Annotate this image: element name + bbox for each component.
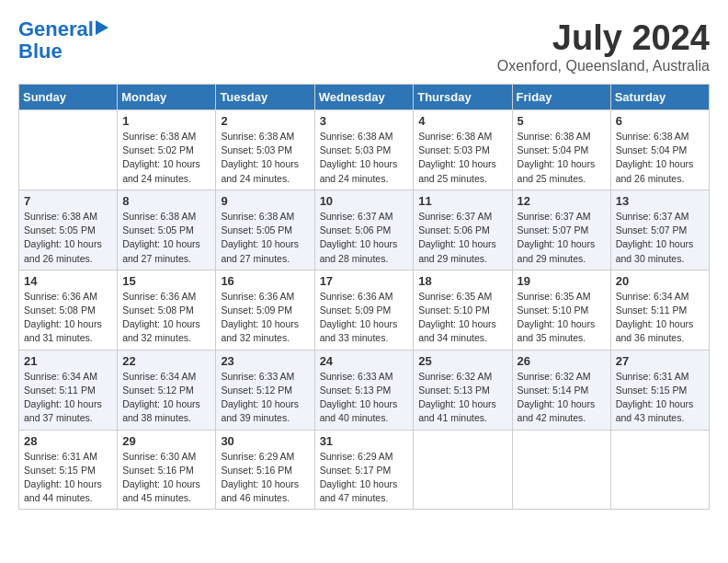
day-number: 8	[122, 194, 210, 208]
logo-arrow-icon	[96, 20, 108, 35]
day-info: Sunrise: 6:38 AMSunset: 5:05 PMDaylight:…	[122, 210, 210, 266]
day-number: 11	[418, 194, 506, 208]
day-info: Sunrise: 6:38 AMSunset: 5:03 PMDaylight:…	[418, 130, 506, 186]
day-number: 10	[320, 194, 409, 208]
calendar-cell: 11Sunrise: 6:37 AMSunset: 5:06 PMDayligh…	[414, 190, 512, 270]
title-block: July 2024 Oxenford, Queensland, Australi…	[497, 18, 710, 75]
day-info: Sunrise: 6:38 AMSunset: 5:02 PMDaylight:…	[122, 130, 210, 186]
calendar-cell: 4Sunrise: 6:38 AMSunset: 5:03 PMDaylight…	[414, 110, 512, 190]
day-number: 5	[518, 114, 606, 128]
day-info: Sunrise: 6:33 AMSunset: 5:13 PMDaylight:…	[320, 370, 409, 426]
weekday-header: Sunday	[19, 85, 118, 110]
calendar-cell: 31Sunrise: 6:29 AMSunset: 5:17 PMDayligh…	[314, 430, 414, 510]
calendar-cell	[19, 110, 118, 190]
weekday-header: Tuesday	[216, 85, 314, 110]
day-number: 19	[518, 274, 606, 288]
day-number: 6	[616, 114, 704, 128]
day-number: 16	[221, 274, 309, 288]
calendar-week-row: 7Sunrise: 6:38 AMSunset: 5:05 PMDaylight…	[19, 190, 710, 270]
day-info: Sunrise: 6:37 AMSunset: 5:06 PMDaylight:…	[320, 210, 409, 266]
calendar-cell: 13Sunrise: 6:37 AMSunset: 5:07 PMDayligh…	[610, 190, 709, 270]
calendar-cell: 14Sunrise: 6:36 AMSunset: 5:08 PMDayligh…	[19, 270, 118, 350]
calendar-cell: 28Sunrise: 6:31 AMSunset: 5:15 PMDayligh…	[19, 430, 118, 510]
calendar-cell: 6Sunrise: 6:38 AMSunset: 5:04 PMDaylight…	[610, 110, 709, 190]
day-info: Sunrise: 6:36 AMSunset: 5:08 PMDaylight:…	[122, 290, 210, 346]
day-info: Sunrise: 6:35 AMSunset: 5:10 PMDaylight:…	[418, 290, 506, 346]
calendar-cell: 17Sunrise: 6:36 AMSunset: 5:09 PMDayligh…	[314, 270, 414, 350]
day-number: 4	[418, 114, 506, 128]
day-info: Sunrise: 6:34 AMSunset: 5:12 PMDaylight:…	[122, 370, 210, 426]
day-number: 2	[221, 114, 309, 128]
calendar-week-row: 21Sunrise: 6:34 AMSunset: 5:11 PMDayligh…	[19, 350, 710, 430]
logo: General Blue	[18, 18, 108, 63]
day-info: Sunrise: 6:35 AMSunset: 5:10 PMDaylight:…	[518, 290, 606, 346]
day-info: Sunrise: 6:36 AMSunset: 5:09 PMDaylight:…	[221, 290, 309, 346]
day-info: Sunrise: 6:38 AMSunset: 5:03 PMDaylight:…	[320, 130, 409, 186]
day-number: 18	[418, 274, 506, 288]
weekday-header: Monday	[118, 85, 216, 110]
day-number: 26	[518, 354, 606, 368]
day-info: Sunrise: 6:30 AMSunset: 5:16 PMDaylight:…	[122, 450, 210, 506]
calendar-cell: 25Sunrise: 6:32 AMSunset: 5:13 PMDayligh…	[414, 350, 512, 430]
day-info: Sunrise: 6:29 AMSunset: 5:16 PMDaylight:…	[221, 450, 309, 506]
weekday-header: Saturday	[610, 85, 709, 110]
day-number: 13	[616, 194, 704, 208]
calendar-header: SundayMondayTuesdayWednesdayThursdayFrid…	[19, 85, 710, 110]
day-info: Sunrise: 6:38 AMSunset: 5:04 PMDaylight:…	[616, 130, 704, 186]
day-info: Sunrise: 6:31 AMSunset: 5:15 PMDaylight:…	[616, 370, 704, 426]
calendar-cell	[610, 430, 709, 510]
day-number: 14	[24, 274, 112, 288]
calendar-cell: 26Sunrise: 6:32 AMSunset: 5:14 PMDayligh…	[512, 350, 610, 430]
weekday-header: Thursday	[414, 85, 512, 110]
day-number: 28	[24, 434, 112, 448]
day-info: Sunrise: 6:38 AMSunset: 5:05 PMDaylight:…	[221, 210, 309, 266]
day-number: 20	[616, 274, 704, 288]
calendar-cell: 5Sunrise: 6:38 AMSunset: 5:04 PMDaylight…	[512, 110, 610, 190]
calendar-cell: 9Sunrise: 6:38 AMSunset: 5:05 PMDaylight…	[216, 190, 314, 270]
calendar-cell: 12Sunrise: 6:37 AMSunset: 5:07 PMDayligh…	[512, 190, 610, 270]
day-number: 3	[320, 114, 409, 128]
day-number: 29	[122, 434, 210, 448]
day-number: 12	[518, 194, 606, 208]
calendar-cell: 21Sunrise: 6:34 AMSunset: 5:11 PMDayligh…	[19, 350, 118, 430]
calendar-cell: 3Sunrise: 6:38 AMSunset: 5:03 PMDaylight…	[314, 110, 414, 190]
calendar-cell: 16Sunrise: 6:36 AMSunset: 5:09 PMDayligh…	[216, 270, 314, 350]
day-info: Sunrise: 6:32 AMSunset: 5:13 PMDaylight:…	[418, 370, 506, 426]
calendar-cell	[414, 430, 512, 510]
day-info: Sunrise: 6:37 AMSunset: 5:07 PMDaylight:…	[616, 210, 704, 266]
calendar-cell: 1Sunrise: 6:38 AMSunset: 5:02 PMDaylight…	[118, 110, 216, 190]
day-number: 23	[221, 354, 309, 368]
logo-text: General	[18, 18, 94, 40]
calendar-cell: 2Sunrise: 6:38 AMSunset: 5:03 PMDaylight…	[216, 110, 314, 190]
weekday-header: Wednesday	[314, 85, 414, 110]
calendar-cell: 27Sunrise: 6:31 AMSunset: 5:15 PMDayligh…	[610, 350, 709, 430]
day-info: Sunrise: 6:38 AMSunset: 5:04 PMDaylight:…	[518, 130, 606, 186]
calendar-week-row: 14Sunrise: 6:36 AMSunset: 5:08 PMDayligh…	[19, 270, 710, 350]
calendar-table: SundayMondayTuesdayWednesdayThursdayFrid…	[18, 84, 710, 510]
page-title: July 2024	[497, 18, 710, 58]
day-number: 7	[24, 194, 112, 208]
day-info: Sunrise: 6:37 AMSunset: 5:07 PMDaylight:…	[518, 210, 606, 266]
day-info: Sunrise: 6:36 AMSunset: 5:09 PMDaylight:…	[320, 290, 409, 346]
logo-blue-text: Blue	[18, 40, 63, 63]
calendar-cell: 24Sunrise: 6:33 AMSunset: 5:13 PMDayligh…	[314, 350, 414, 430]
day-number: 30	[221, 434, 309, 448]
calendar-cell: 7Sunrise: 6:38 AMSunset: 5:05 PMDaylight…	[19, 190, 118, 270]
calendar-cell: 20Sunrise: 6:34 AMSunset: 5:11 PMDayligh…	[610, 270, 709, 350]
calendar-cell	[512, 430, 610, 510]
day-info: Sunrise: 6:36 AMSunset: 5:08 PMDaylight:…	[24, 290, 112, 346]
day-number: 31	[320, 434, 409, 448]
calendar-cell: 30Sunrise: 6:29 AMSunset: 5:16 PMDayligh…	[216, 430, 314, 510]
day-number: 27	[616, 354, 704, 368]
calendar-cell: 10Sunrise: 6:37 AMSunset: 5:06 PMDayligh…	[314, 190, 414, 270]
day-info: Sunrise: 6:29 AMSunset: 5:17 PMDaylight:…	[320, 450, 409, 506]
calendar-cell: 29Sunrise: 6:30 AMSunset: 5:16 PMDayligh…	[118, 430, 216, 510]
day-info: Sunrise: 6:38 AMSunset: 5:05 PMDaylight:…	[24, 210, 112, 266]
day-number: 21	[24, 354, 112, 368]
page-subtitle: Oxenford, Queensland, Australia	[497, 58, 710, 75]
calendar-week-row: 28Sunrise: 6:31 AMSunset: 5:15 PMDayligh…	[19, 430, 710, 510]
day-info: Sunrise: 6:34 AMSunset: 5:11 PMDaylight:…	[616, 290, 704, 346]
day-info: Sunrise: 6:31 AMSunset: 5:15 PMDaylight:…	[24, 450, 112, 506]
calendar-week-row: 1Sunrise: 6:38 AMSunset: 5:02 PMDaylight…	[19, 110, 710, 190]
day-number: 17	[320, 274, 409, 288]
